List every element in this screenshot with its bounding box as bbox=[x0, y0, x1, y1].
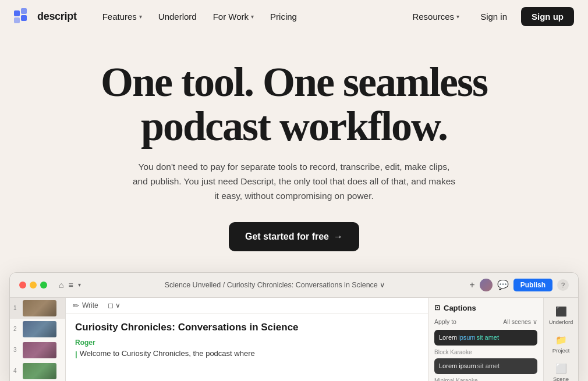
captions-header: ⊡ Captions bbox=[434, 304, 537, 312]
thumbnail-image-2 bbox=[23, 321, 56, 337]
thumbnail-image-1 bbox=[23, 300, 56, 316]
project-icon: 📁 bbox=[555, 334, 567, 346]
navbar: descript Features ▾ Underlord For Work ▾… bbox=[0, 0, 588, 33]
sidebar-item-project[interactable]: 📁 Project bbox=[546, 331, 576, 357]
thumbnail-image-4 bbox=[23, 363, 56, 379]
chat-icon[interactable]: 💬 bbox=[497, 279, 509, 290]
thumbnail-image-3 bbox=[23, 342, 56, 358]
chevron-down-icon: ▾ bbox=[251, 13, 254, 20]
descript-logo-icon bbox=[14, 8, 33, 24]
titlebar-icons: ⌂ ≡ ▾ bbox=[59, 280, 81, 290]
editor-content: Curiosity Chronicles: Conversations in S… bbox=[66, 314, 428, 381]
maximize-button[interactable] bbox=[40, 282, 47, 289]
publish-button[interactable]: Publish bbox=[513, 279, 552, 291]
caption-text-2: Lorem ipsum sit amet bbox=[439, 362, 533, 371]
hero-title: One tool. One seamless podcast workflow. bbox=[55, 60, 533, 148]
chevron-down-icon: ▾ bbox=[139, 13, 142, 20]
traffic-lights bbox=[19, 282, 47, 289]
avatar[interactable] bbox=[480, 279, 493, 291]
speaker-label: Roger bbox=[75, 339, 419, 347]
panel-captions: ⊡ Captions Apply to All scenes ∨ Lorem i… bbox=[428, 298, 543, 381]
write-tool[interactable]: ✏ Write bbox=[73, 301, 98, 310]
signin-button[interactable]: Sign in bbox=[471, 7, 516, 26]
panel-editor: ✏ Write ◻ ∨ Curiosity Chronicles: Conver… bbox=[66, 298, 428, 381]
panel-sidebar-icons: ⬛ Underlord 📁 Project ⬜ Scene bbox=[543, 298, 578, 381]
caption-block-2[interactable]: Lorem ipsum sit amet bbox=[434, 358, 537, 374]
caption-label-1: Block Karaoke bbox=[434, 349, 537, 355]
caption-text-1: Lorem ipsum sit amet bbox=[439, 333, 533, 342]
app-titlebar: ⌂ ≡ ▾ Science Unveiled / Curiosity Chron… bbox=[10, 273, 578, 298]
hero-section: One tool. One seamless podcast workflow.… bbox=[0, 33, 588, 272]
logo-text: descript bbox=[37, 10, 77, 23]
menu-icon[interactable]: ≡ bbox=[68, 280, 73, 290]
nav-features[interactable]: Features ▾ bbox=[95, 8, 149, 25]
chevron-down-icon: ▾ bbox=[456, 13, 459, 20]
nav-links: Features ▾ Underlord For Work ▾ Pricing bbox=[95, 8, 406, 25]
document-title: Curiosity Chronicles: Conversations in S… bbox=[75, 321, 419, 334]
transcript-line: | Welcome to Curiosity Chronicles, the p… bbox=[75, 349, 419, 358]
cta-button[interactable]: Get started for free → bbox=[229, 222, 359, 251]
pencil-icon: ✏ bbox=[73, 301, 79, 310]
close-button[interactable] bbox=[19, 282, 26, 289]
nav-pricing[interactable]: Pricing bbox=[263, 8, 304, 25]
minimize-button[interactable] bbox=[30, 282, 37, 289]
hero-subtitle: You don't need to pay for separate tools… bbox=[131, 160, 457, 203]
titlebar-right: + 💬 Publish ? bbox=[469, 279, 569, 291]
nav-right: Resources ▾ Sign in Sign up bbox=[405, 7, 574, 26]
editor-toolbar: ✏ Write ◻ ∨ bbox=[66, 298, 428, 314]
cta-label: Get started for free bbox=[245, 232, 329, 242]
nav-for-work[interactable]: For Work ▾ bbox=[206, 8, 261, 25]
svg-rect-1 bbox=[14, 17, 20, 23]
layout-tool[interactable]: ◻ ∨ bbox=[108, 301, 121, 309]
nav-resources[interactable]: Resources ▾ bbox=[405, 8, 466, 25]
underlord-icon: ⬛ bbox=[555, 306, 567, 317]
scene-icon: ⬜ bbox=[555, 363, 567, 374]
caption-block-1[interactable]: Lorem ipsum sit amet bbox=[434, 330, 537, 346]
add-icon[interactable]: + bbox=[469, 280, 474, 290]
captions-icon: ⊡ bbox=[434, 304, 440, 312]
app-body: 1 2 3 4 ✏ Write bbox=[10, 298, 578, 381]
chevron-down-icon[interactable]: ▾ bbox=[78, 282, 81, 288]
svg-rect-3 bbox=[21, 15, 27, 21]
nav-underlord[interactable]: Underlord bbox=[151, 8, 204, 25]
caption-label-2: Minimal Karaoke bbox=[434, 378, 537, 381]
help-button[interactable]: ? bbox=[557, 279, 569, 291]
thumbnail-2[interactable]: 2 bbox=[10, 319, 65, 340]
svg-rect-0 bbox=[14, 10, 20, 16]
signup-button[interactable]: Sign up bbox=[521, 7, 574, 26]
sidebar-item-underlord[interactable]: ⬛ Underlord bbox=[546, 302, 576, 329]
cursor-icon: | bbox=[75, 350, 77, 358]
captions-apply-to: Apply to All scenes ∨ bbox=[434, 318, 537, 325]
panel-thumbnails: 1 2 3 4 bbox=[10, 298, 66, 381]
app-preview: ⌂ ≡ ▾ Science Unveiled / Curiosity Chron… bbox=[9, 272, 579, 381]
home-icon[interactable]: ⌂ bbox=[59, 280, 63, 290]
arrow-icon: → bbox=[334, 232, 343, 242]
thumbnail-3[interactable]: 3 bbox=[10, 340, 65, 361]
sidebar-item-scene[interactable]: ⬜ Scene bbox=[546, 359, 576, 381]
svg-rect-2 bbox=[21, 8, 27, 14]
thumbnail-1[interactable]: 1 bbox=[10, 298, 65, 319]
breadcrumb: Science Unveiled / Curiosity Chronicles:… bbox=[88, 280, 463, 289]
thumbnail-4[interactable]: 4 bbox=[10, 361, 65, 381]
logo[interactable]: descript bbox=[14, 8, 77, 24]
